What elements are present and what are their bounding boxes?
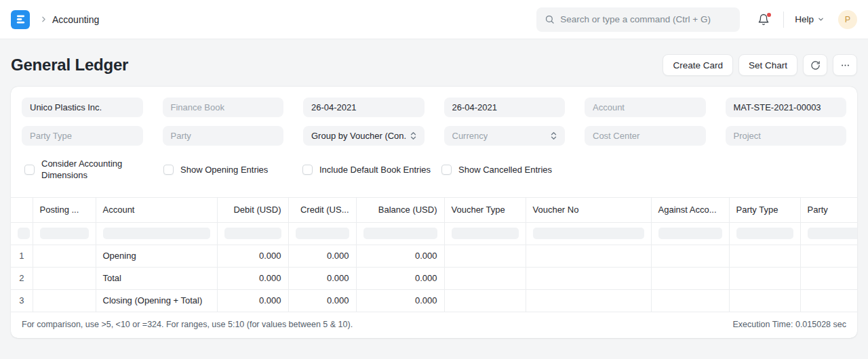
- column-filter-input[interactable]: [808, 228, 858, 239]
- filter-fields: Group by Voucher (Con...Currency: [22, 98, 846, 146]
- column-filter-input[interactable]: [533, 228, 644, 239]
- column-filter-input[interactable]: [224, 228, 281, 239]
- checkbox-show-cancelled-entries[interactable]: [441, 165, 452, 175]
- cell-party-type: [729, 289, 800, 312]
- filter-voucher-no[interactable]: [726, 98, 847, 117]
- column-filter-input[interactable]: [296, 228, 349, 239]
- cell-party: [800, 289, 857, 312]
- cell-party: [800, 267, 857, 289]
- column-filter-input[interactable]: [736, 228, 793, 239]
- column-filter-input[interactable]: [103, 228, 210, 239]
- cell-voucher-type: [444, 289, 526, 312]
- column-header-party-type[interactable]: Party Type: [729, 198, 800, 222]
- cell-account: Opening: [96, 245, 217, 267]
- filter-currency-value: Currency: [452, 131, 488, 141]
- table-wrap: Posting ...AccountDebit (USD)Credit (US.…: [11, 197, 857, 312]
- filter-currency[interactable]: Currency: [444, 126, 566, 146]
- filter-group-by-value: Group by Voucher (Con...: [311, 131, 406, 141]
- row-index: 3: [11, 289, 33, 312]
- checkbox-label: Consider Accounting Dimensions: [41, 158, 128, 181]
- notification-dot: [767, 13, 771, 17]
- filter-finance-book[interactable]: [163, 98, 284, 117]
- create-card-button[interactable]: Create Card: [663, 54, 733, 76]
- checkbox-item-show-opening-entries[interactable]: Show Opening Entries: [163, 158, 302, 181]
- column-header-party[interactable]: Party: [800, 198, 857, 222]
- column-filter-row: [11, 222, 857, 245]
- table-row: 3Closing (Opening + Total)0.0000.0000.00…: [11, 289, 857, 312]
- table-row: 1Opening0.0000.0000.000: [11, 245, 857, 267]
- table-header-row: Posting ...AccountDebit (USD)Credit (US.…: [11, 198, 857, 222]
- filter-project[interactable]: [726, 126, 847, 146]
- cell-party-type: [729, 267, 800, 289]
- column-header-credit-us[interactable]: Credit (US...: [288, 198, 356, 222]
- cell-posting: [33, 267, 96, 289]
- checkbox-consider-accounting-dimensions[interactable]: [24, 165, 35, 175]
- filter-party-type[interactable]: [22, 126, 143, 146]
- filter-to-date[interactable]: [444, 98, 566, 117]
- execution-time: Execution Time: 0.015028 sec: [733, 320, 846, 329]
- select-caret-icon: [410, 131, 416, 140]
- column-filter-input[interactable]: [452, 228, 519, 239]
- cell-voucher-no: [526, 289, 651, 312]
- help-label: Help: [795, 14, 814, 24]
- filter-group-by[interactable]: Group by Voucher (Con...: [303, 126, 425, 146]
- cell-balance-usd: 0.000: [356, 245, 444, 267]
- cell-posting: [33, 245, 96, 267]
- checkbox-item-include-default-book-entries[interactable]: Include Default Book Entries: [302, 158, 441, 181]
- checkbox-show-opening-entries[interactable]: [163, 165, 174, 175]
- avatar-initial: P: [845, 15, 850, 24]
- filter-cost-center[interactable]: [585, 126, 706, 146]
- checkbox-item-show-cancelled-entries[interactable]: Show Cancelled Entries: [441, 158, 580, 181]
- column-filter-input[interactable]: [658, 228, 722, 239]
- user-avatar[interactable]: P: [838, 10, 857, 29]
- column-filter-input[interactable]: [18, 228, 30, 239]
- row-index-header: [11, 198, 33, 222]
- cell-against-acco: [651, 245, 729, 267]
- filter-from-date[interactable]: [303, 98, 425, 117]
- column-filter-input[interactable]: [363, 228, 437, 239]
- filter-party[interactable]: [163, 126, 284, 146]
- cell-voucher-no: [526, 267, 651, 289]
- column-header-voucher-type[interactable]: Voucher Type: [444, 198, 526, 222]
- cell-balance-usd: 0.000: [356, 267, 444, 289]
- cell-party-type: [729, 245, 800, 267]
- column-filter-input[interactable]: [40, 228, 89, 239]
- select-caret-icon: [551, 131, 557, 140]
- card-footer: For comparison, use >5, <10 or =324. For…: [11, 312, 857, 338]
- column-header-posting[interactable]: Posting ...: [33, 198, 96, 222]
- cell-account: Total: [96, 267, 217, 289]
- global-search[interactable]: [536, 7, 740, 32]
- column-header-voucher-no[interactable]: Voucher No: [526, 198, 651, 222]
- filter-company[interactable]: [22, 98, 143, 117]
- app-logo[interactable]: [11, 10, 30, 29]
- column-header-balance-usd[interactable]: Balance (USD): [356, 198, 444, 222]
- cell-voucher-no: [526, 245, 651, 267]
- cell-voucher-type: [444, 245, 526, 267]
- search-icon: [545, 14, 555, 24]
- refresh-icon: [810, 60, 821, 70]
- checkbox-label: Show Opening Entries: [180, 164, 268, 175]
- report-table: Posting ...AccountDebit (USD)Credit (US.…: [11, 198, 857, 312]
- refresh-button[interactable]: [803, 54, 827, 76]
- cell-debit-usd: 0.000: [217, 267, 288, 289]
- cell-party: [800, 245, 857, 267]
- search-input[interactable]: [560, 14, 732, 24]
- cell-credit-us: 0.000: [288, 267, 356, 289]
- help-menu[interactable]: Help: [795, 14, 825, 24]
- checkbox-item-consider-accounting-dimensions[interactable]: Consider Accounting Dimensions: [24, 158, 163, 181]
- cell-against-acco: [651, 289, 729, 312]
- filter-account[interactable]: [585, 98, 706, 117]
- column-header-debit-usd[interactable]: Debit (USD): [217, 198, 288, 222]
- column-header-account[interactable]: Account: [96, 198, 217, 222]
- page-head: General Ledger Create Card Set Chart: [0, 39, 868, 87]
- breadcrumb[interactable]: Accounting: [52, 14, 99, 25]
- set-chart-button[interactable]: Set Chart: [738, 54, 797, 76]
- checkbox-include-default-book-entries[interactable]: [302, 165, 313, 175]
- notifications-button[interactable]: [755, 11, 772, 28]
- cell-voucher-type: [444, 267, 526, 289]
- breadcrumb-chevron-icon: [39, 15, 48, 24]
- cell-account: Closing (Opening + Total): [96, 289, 217, 312]
- menu-button[interactable]: [833, 54, 857, 76]
- cell-balance-usd: 0.000: [356, 289, 444, 312]
- column-header-against-acco[interactable]: Against Acco...: [651, 198, 729, 222]
